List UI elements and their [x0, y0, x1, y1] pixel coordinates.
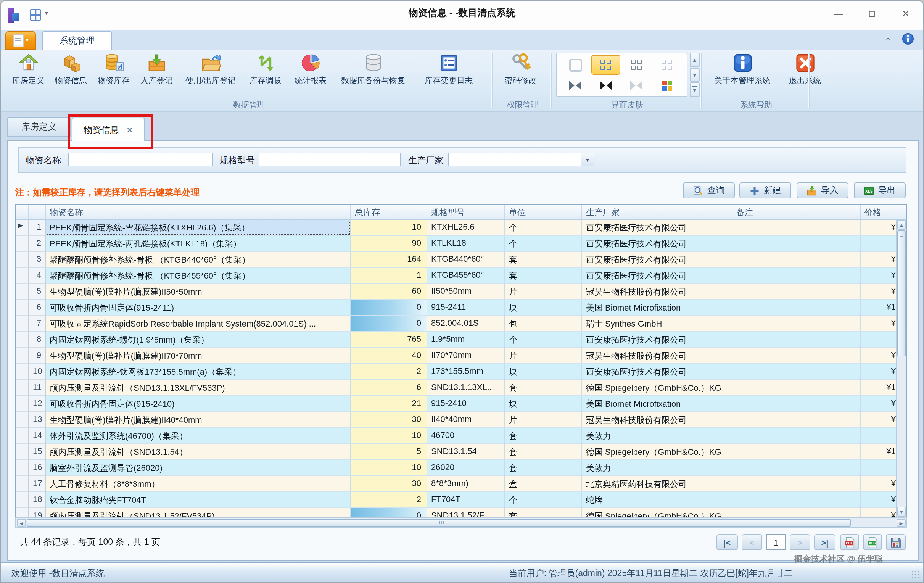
- ribbon-collapse-icon[interactable]: ⌃: [885, 36, 891, 45]
- ribbon-button-coins[interactable]: 物资库存: [92, 51, 135, 98]
- table-row[interactable]: 2PEEK颅骨固定系统-两孔链接板(KTLKL18)（集采）90KTLKL18个…: [16, 236, 906, 252]
- next-page-button[interactable]: >: [790, 534, 810, 550]
- ribbon-button-keys[interactable]: 密码修改: [495, 51, 546, 98]
- cell-remark: [733, 460, 861, 476]
- minimize-button[interactable]: —: [827, 4, 850, 24]
- table-row[interactable]: 11颅内压测量及引流针（SND13.1.13XL/FV533P)6SND13.1…: [16, 380, 906, 396]
- ribbon-button-database[interactable]: 数据库备份与恢复: [333, 51, 413, 98]
- table-row[interactable]: 9生物型硬脑(脊)膜补片(脑膜建)II70*70mm40II70*70mm片冠昊…: [16, 348, 906, 364]
- table-row[interactable]: 17人工骨修复材料（8*8*3mm）308*8*3mm)盒北京奥精医药科技有限公…: [16, 476, 906, 492]
- table-row[interactable]: 10内固定钛网板系统-钛网板173*155.5mm(a)（集采）2173*155…: [16, 364, 906, 380]
- ribbon-button-label: 密码修改: [504, 76, 536, 86]
- ribbon-button-pie-chart[interactable]: 统计报表: [288, 51, 333, 98]
- help-icon[interactable]: [902, 33, 914, 48]
- filter-input-2[interactable]: [259, 153, 401, 166]
- column-header-3[interactable]: 规格型号: [427, 205, 505, 219]
- cell-manufacturer: 美敦力: [582, 428, 733, 444]
- import-button[interactable]: 导入: [797, 182, 848, 198]
- table-row[interactable]: 4聚醚醚酮颅骨修补系统-骨板 （KTGB455*60°（集采）1KTGB455*…: [16, 268, 906, 284]
- gallery-up-icon[interactable]: ▲: [690, 53, 700, 67]
- column-header-1[interactable]: 物资名称: [46, 205, 351, 219]
- file-menu-button[interactable]: ▾: [5, 31, 36, 50]
- chevron-down-icon[interactable]: ▼: [581, 154, 594, 165]
- column-header-blank[interactable]: [16, 205, 29, 219]
- scroll-left-icon[interactable]: ◀: [17, 519, 26, 527]
- skin-bowtie-dark-icon[interactable]: [561, 76, 590, 96]
- close-button[interactable]: ✕: [894, 4, 917, 24]
- maximize-button[interactable]: □: [861, 4, 884, 24]
- table-row[interactable]: 14体外引流及监测系统(46700)（集采）1046700套美敦力: [16, 428, 906, 444]
- horizontal-scroll-thumb[interactable]: [27, 519, 851, 527]
- ribbon-button-label: 使用/出库登记: [185, 76, 236, 86]
- column-header-blank[interactable]: [29, 205, 46, 219]
- ribbon-tab-system-management[interactable]: 系统管理: [42, 31, 112, 50]
- first-page-button[interactable]: |<: [716, 534, 738, 550]
- table-row[interactable]: 5生物型硬脑(脊)膜补片(脑膜建)II50*50mm60II50*50mm片冠昊…: [16, 284, 906, 300]
- column-header-2[interactable]: 总库存: [351, 205, 427, 219]
- gallery-more-icon[interactable]: ▼: [690, 83, 700, 97]
- doc-tab-2[interactable]: 物资信息✕: [72, 117, 145, 141]
- export-pdf-button[interactable]: PDF: [840, 534, 859, 550]
- filter-input-1[interactable]: [68, 153, 213, 166]
- column-header-6[interactable]: 备注: [733, 205, 861, 219]
- skin-gray-grid-icon[interactable]: [622, 55, 651, 75]
- export-xls-button[interactable]: XLS: [863, 534, 882, 550]
- table-row[interactable]: 16脑室外引流及监测导管(26020)1026020套美敦力: [16, 460, 906, 476]
- column-header-4[interactable]: 单位: [505, 205, 582, 219]
- skin-windows-icon[interactable]: [652, 76, 681, 96]
- table-row[interactable]: 15颅内压测量及引流针（SND13.1.54）5SND13.1.54套德国 Sp…: [16, 444, 906, 460]
- prev-page-button[interactable]: <: [742, 534, 762, 550]
- ribbon-button-boxes[interactable]: 物资信息: [50, 51, 92, 98]
- pie-chart-icon: [300, 53, 321, 73]
- skin-gallery-scrollbar[interactable]: ▲▼▼: [690, 53, 700, 97]
- table-row[interactable]: 3聚醚醚酮颅骨修补系统-骨板 （KTGB440*60°（集采）164KTGB44…: [16, 252, 906, 268]
- last-page-button[interactable]: >|: [814, 534, 835, 550]
- table-row[interactable]: 6可吸收骨折内骨固定体(915-2411)0915-2411块美国 Biomet…: [16, 300, 906, 316]
- gallery-down-icon[interactable]: ▼: [690, 68, 700, 82]
- skin-blue-grid-icon[interactable]: [591, 55, 620, 75]
- skin-plain-icon[interactable]: [561, 55, 590, 75]
- ribbon-button-folder-out[interactable]: 使用/出库登记: [178, 51, 243, 98]
- column-header-7[interactable]: 价格: [861, 205, 897, 219]
- vertical-scroll-thumb[interactable]: [897, 230, 906, 356]
- scroll-up-icon[interactable]: ▲: [897, 220, 906, 230]
- skin-bowtie-black-icon[interactable]: [591, 76, 620, 96]
- table-row[interactable]: 19颅内压测量及引流针（SND13.1.52/FV534P)0SND13.1.5…: [16, 508, 906, 517]
- manufacturer-combobox[interactable]: ▼: [448, 153, 594, 166]
- resize-grip[interactable]: [911, 570, 920, 579]
- ribbon-button-label: 退出系统: [789, 76, 821, 86]
- table-row[interactable]: 18钛合金脑动脉瘤夹FT704T2FT704T个蛇牌¥: [16, 492, 906, 508]
- table-row[interactable]: 7可吸收固定系统RapidSorb Resorbable Implant Sys…: [16, 316, 906, 332]
- table-row[interactable]: 8内固定钛网板系统-螺钉(1.9*5mm)（集采）7651.9*5mm个西安康拓…: [16, 332, 906, 348]
- column-header-5[interactable]: 生产厂家: [582, 205, 733, 219]
- coins-icon: [103, 53, 124, 73]
- doc-tab-1[interactable]: 库房定义: [7, 117, 71, 137]
- table-row[interactable]: 13生物型硬脑(脊)膜补片(脑膜建)II40*40mm30II40*40mm片冠…: [16, 412, 906, 428]
- row-indicator: [16, 348, 29, 364]
- ribbon-button-exit[interactable]: 退出系统: [780, 51, 829, 98]
- cell-unit: 个: [505, 492, 582, 508]
- plus-button[interactable]: 新建: [739, 182, 791, 198]
- page-number-input[interactable]: [766, 534, 786, 550]
- scroll-down-icon[interactable]: ▼: [897, 507, 906, 517]
- ribbon-button-log[interactable]: 库存变更日志: [413, 51, 485, 98]
- cell-stock: 10: [351, 220, 427, 236]
- ribbon-button-home[interactable]: 库房定义: [7, 51, 50, 98]
- search-button[interactable]: 查询: [683, 182, 735, 198]
- row-indicator: [16, 316, 29, 332]
- cell-spec: 8*8*3mm): [427, 476, 505, 492]
- ribbon-button-inbox-in[interactable]: 入库登记: [135, 51, 178, 98]
- skin-light-grid-icon[interactable]: [652, 55, 681, 75]
- vertical-scrollbar[interactable]: ▲ ▼: [896, 220, 906, 517]
- table-row[interactable]: 12可吸收骨折内骨固定体(915-2410)21915-2410块美国 Biom…: [16, 396, 906, 412]
- ribbon-button-transfer[interactable]: 库存调拨: [243, 51, 288, 98]
- tab-close-icon[interactable]: ✕: [127, 126, 133, 134]
- horizontal-scrollbar[interactable]: ◀ ▶: [15, 517, 907, 528]
- ribbon-button-info[interactable]: 关于本管理系统: [704, 51, 780, 98]
- scroll-right-icon[interactable]: ▶: [896, 519, 906, 527]
- export-xls-button[interactable]: XLS导出: [854, 182, 906, 198]
- skin-bowtie-light-icon[interactable]: [622, 76, 651, 96]
- user-date-status-text: 当前用户: 管理员(admin) 2025年11月11日星期二 农历乙巳[蛇]年…: [509, 568, 793, 579]
- table-row[interactable]: ▶1PEEK颅骨固定系统-雪花链接板(KTXHL26.6)（集采）10KTXHL…: [16, 220, 906, 236]
- save-layout-button[interactable]: [886, 534, 906, 550]
